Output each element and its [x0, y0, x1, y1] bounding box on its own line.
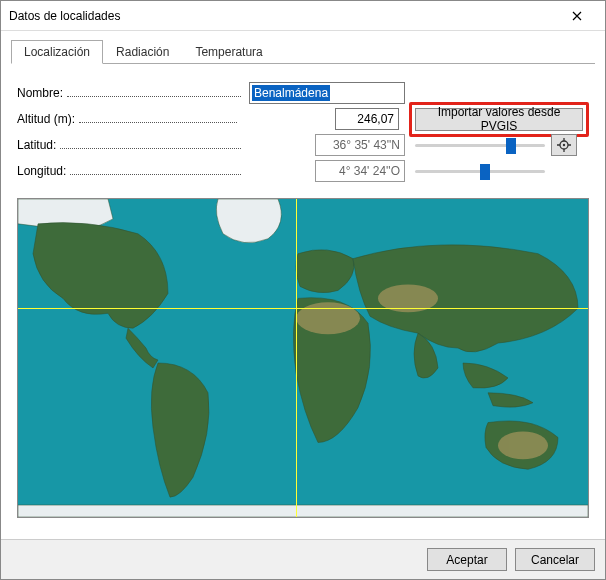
map-svg — [18, 199, 588, 517]
longitud-input[interactable] — [315, 160, 405, 182]
map-crosshair-vertical — [296, 199, 297, 517]
close-button[interactable] — [557, 2, 597, 30]
dots — [60, 148, 241, 149]
accept-button[interactable]: Aceptar — [427, 548, 507, 571]
map-crosshair-horizontal — [18, 308, 588, 309]
svg-point-5 — [498, 432, 548, 460]
nombre-input-wrap[interactable]: Benalmádena — [249, 82, 405, 104]
label-nombre: Nombre: — [17, 86, 63, 100]
tab-radiacion[interactable]: Radiación — [103, 40, 182, 64]
form-area: Nombre: Benalmádena Altitud (m): — [11, 80, 595, 184]
tab-temperatura[interactable]: Temperatura — [182, 40, 275, 64]
label-longitud: Longitud: — [17, 164, 66, 178]
target-button[interactable] — [551, 134, 577, 156]
content-area: Localización Radiación Temperatura Nombr… — [1, 31, 605, 539]
world-map[interactable] — [17, 198, 589, 518]
dots — [67, 96, 241, 97]
row-longitud: Longitud: — [17, 158, 589, 184]
target-icon — [557, 138, 571, 152]
close-icon — [572, 11, 582, 21]
dialog-window: Datos de localidades Localización Radiac… — [0, 0, 606, 580]
latitud-slider[interactable] — [415, 136, 545, 154]
svg-point-1 — [563, 144, 565, 146]
tab-localizacion[interactable]: Localización — [11, 40, 103, 64]
import-highlight: Importar valores desde PVGIS — [409, 102, 589, 137]
row-altitud: Altitud (m): Importar valores desde PVGI… — [17, 106, 589, 132]
latitud-input[interactable] — [315, 134, 405, 156]
window-title: Datos de localidades — [9, 9, 557, 23]
import-pvgis-button[interactable]: Importar valores desde PVGIS — [415, 108, 583, 131]
tab-strip: Localización Radiación Temperatura — [11, 39, 595, 64]
dots — [70, 174, 241, 175]
row-latitud: Latitud: — [17, 132, 589, 158]
label-altitud: Altitud (m): — [17, 112, 75, 126]
slider-thumb[interactable] — [506, 138, 516, 154]
dialog-footer: Aceptar Cancelar — [1, 539, 605, 579]
altitud-input[interactable] — [335, 108, 399, 130]
dots — [79, 122, 237, 123]
label-latitud: Latitud: — [17, 138, 56, 152]
title-bar: Datos de localidades — [1, 1, 605, 31]
nombre-input-selection: Benalmádena — [252, 85, 330, 101]
longitud-slider[interactable] — [415, 162, 545, 180]
slider-thumb[interactable] — [480, 164, 490, 180]
cancel-button[interactable]: Cancelar — [515, 548, 595, 571]
slider-track — [415, 144, 545, 147]
